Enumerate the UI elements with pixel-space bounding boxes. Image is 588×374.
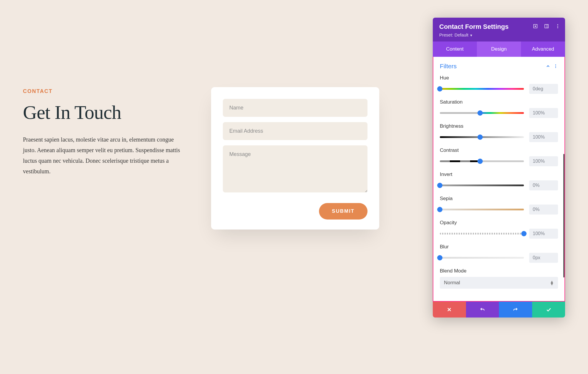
contrast-thumb[interactable]	[477, 159, 483, 164]
panel-header: Contact Form Settings Preset: Default▼	[433, 18, 565, 41]
contrast-label: Contrast	[440, 147, 558, 153]
svg-point-9	[555, 67, 556, 68]
invert-label: Invert	[440, 172, 558, 177]
svg-point-4	[557, 24, 558, 25]
hue-value[interactable]: 0deg	[529, 84, 558, 94]
more-options-icon[interactable]	[555, 24, 560, 29]
saturation-thumb[interactable]	[477, 110, 483, 116]
blur-thumb[interactable]	[437, 255, 442, 260]
contrast-slider[interactable]	[440, 160, 524, 162]
svg-point-1	[535, 26, 536, 27]
hue-slider[interactable]	[440, 88, 524, 90]
caret-down-icon: ▼	[470, 34, 473, 37]
contrast-value[interactable]: 100%	[529, 156, 558, 166]
blur-slider[interactable]	[440, 257, 524, 259]
svg-point-6	[557, 27, 558, 28]
invert-slider[interactable]	[440, 184, 524, 186]
scrollbar[interactable]	[563, 154, 564, 277]
contact-eyebrow: CONTACT	[23, 88, 188, 94]
opacity-value[interactable]: 100%	[529, 229, 558, 239]
hue-thumb[interactable]	[437, 86, 442, 92]
saturation-slider[interactable]	[440, 112, 524, 114]
undo-button[interactable]	[466, 302, 499, 318]
submit-button[interactable]: SUBMIT	[319, 203, 368, 220]
collapse-section-icon[interactable]	[546, 64, 550, 69]
message-field[interactable]	[223, 145, 368, 192]
section-title-filters[interactable]: Filters	[440, 63, 457, 70]
sepia-label: Sepia	[440, 196, 558, 202]
saturation-label: Saturation	[440, 99, 558, 105]
opacity-thumb[interactable]	[521, 231, 527, 236]
blend-mode-select[interactable]: Normal ▲▼	[440, 277, 558, 289]
save-button[interactable]	[532, 302, 565, 318]
expand-icon[interactable]	[533, 24, 538, 29]
preset-label: Preset: Default	[439, 32, 468, 37]
name-field[interactable]	[223, 99, 368, 117]
invert-value[interactable]: 0%	[529, 180, 558, 190]
brightness-label: Brightness	[440, 123, 558, 129]
panel-footer	[433, 302, 565, 318]
blend-mode-label: Blend Mode	[440, 268, 558, 274]
intro-paragraph: Praesent sapien lacus, molestie vitae ar…	[23, 134, 188, 177]
opacity-label: Opacity	[440, 220, 558, 226]
saturation-value[interactable]: 100%	[529, 108, 558, 118]
tab-content[interactable]: Content	[433, 41, 477, 57]
contact-form-card: SUBMIT	[211, 87, 379, 230]
redo-button[interactable]	[499, 302, 532, 318]
snap-panel-icon[interactable]	[544, 24, 549, 29]
preset-selector[interactable]: Preset: Default▼	[439, 32, 559, 37]
blur-value[interactable]: 0px	[529, 253, 558, 263]
brightness-value[interactable]: 100%	[529, 132, 558, 142]
tab-design[interactable]: Design	[477, 41, 521, 57]
blur-label: Blur	[440, 244, 558, 250]
page-heading: Get In Touch	[23, 102, 188, 122]
sepia-slider[interactable]	[440, 209, 524, 210]
svg-point-8	[555, 66, 556, 67]
blend-mode-value: Normal	[444, 280, 460, 286]
sepia-value[interactable]: 0%	[529, 205, 558, 215]
brightness-thumb[interactable]	[477, 134, 483, 140]
select-arrows-icon: ▲▼	[550, 280, 554, 285]
svg-point-5	[557, 26, 558, 27]
close-button[interactable]	[433, 302, 466, 318]
hue-label: Hue	[440, 75, 558, 81]
settings-panel: Contact Form Settings Preset: Default▼ C…	[433, 18, 565, 318]
panel-body: Filters Hue 0deg Saturation	[433, 57, 565, 302]
tab-advanced[interactable]: Advanced	[521, 41, 565, 57]
sepia-thumb[interactable]	[437, 207, 442, 212]
opacity-slider[interactable]	[440, 233, 524, 235]
section-options-icon[interactable]	[553, 64, 558, 69]
email-field[interactable]	[223, 122, 368, 140]
brightness-slider[interactable]	[440, 136, 524, 138]
svg-point-7	[555, 64, 556, 65]
panel-tabs: Content Design Advanced	[433, 41, 565, 57]
invert-thumb[interactable]	[437, 183, 442, 188]
svg-rect-2	[545, 24, 548, 28]
